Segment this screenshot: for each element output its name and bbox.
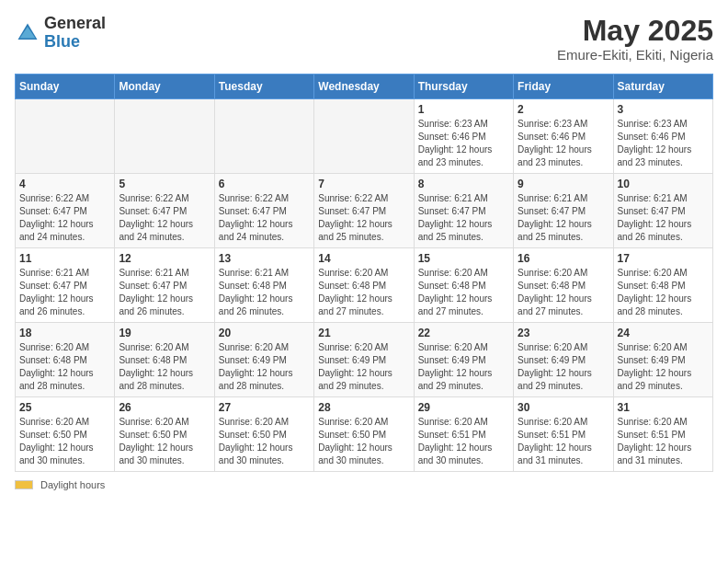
- header-cell-monday: Monday: [115, 75, 214, 99]
- day-info: Sunrise: 6:20 AM Sunset: 6:48 PM Dayligh…: [19, 341, 110, 393]
- calendar-cell: 20Sunrise: 6:20 AM Sunset: 6:49 PM Dayli…: [214, 323, 313, 397]
- week-row-0: 1Sunrise: 6:23 AM Sunset: 6:46 PM Daylig…: [16, 99, 713, 174]
- calendar-cell: [314, 99, 414, 174]
- day-info: Sunrise: 6:23 AM Sunset: 6:46 PM Dayligh…: [418, 118, 509, 169]
- calendar-cell: 17Sunrise: 6:20 AM Sunset: 6:48 PM Dayli…: [613, 248, 712, 323]
- day-info: Sunrise: 6:20 AM Sunset: 6:50 PM Dayligh…: [219, 416, 310, 467]
- header-cell-sunday: Sunday: [16, 75, 115, 99]
- calendar-cell: 1Sunrise: 6:23 AM Sunset: 6:46 PM Daylig…: [414, 99, 513, 174]
- main-title: May 2025: [557, 15, 713, 47]
- day-info: Sunrise: 6:21 AM Sunset: 6:47 PM Dayligh…: [418, 192, 509, 244]
- title-section: May 2025 Emure-Ekiti, Ekiti, Nigeria: [557, 15, 713, 63]
- day-number: 9: [518, 178, 609, 190]
- day-info: Sunrise: 6:20 AM Sunset: 6:48 PM Dayligh…: [618, 267, 709, 318]
- day-info: Sunrise: 6:20 AM Sunset: 6:48 PM Dayligh…: [518, 267, 609, 318]
- page-header: General Blue May 2025 Emure-Ekiti, Ekiti…: [15, 15, 713, 63]
- day-info: Sunrise: 6:20 AM Sunset: 6:50 PM Dayligh…: [318, 416, 409, 467]
- day-info: Sunrise: 6:21 AM Sunset: 6:47 PM Dayligh…: [119, 267, 210, 318]
- day-info: Sunrise: 6:20 AM Sunset: 6:48 PM Dayligh…: [318, 267, 409, 318]
- day-number: 26: [119, 401, 210, 414]
- logo-general-text: General: [44, 15, 106, 33]
- day-number: 29: [418, 401, 509, 414]
- calendar-cell: [16, 99, 115, 174]
- daylight-label: Daylight hours: [40, 479, 105, 490]
- week-row-3: 18Sunrise: 6:20 AM Sunset: 6:48 PM Dayli…: [16, 323, 713, 397]
- day-info: Sunrise: 6:22 AM Sunset: 6:47 PM Dayligh…: [219, 192, 310, 244]
- day-number: 16: [518, 252, 609, 265]
- day-number: 14: [318, 252, 409, 265]
- day-number: 30: [518, 401, 609, 414]
- day-info: Sunrise: 6:20 AM Sunset: 6:49 PM Dayligh…: [518, 341, 609, 393]
- calendar-cell: 29Sunrise: 6:20 AM Sunset: 6:51 PM Dayli…: [414, 397, 513, 472]
- header-row: SundayMondayTuesdayWednesdayThursdayFrid…: [16, 75, 713, 99]
- calendar-cell: 7Sunrise: 6:22 AM Sunset: 6:47 PM Daylig…: [314, 174, 414, 248]
- day-number: 18: [19, 327, 110, 339]
- calendar-cell: 2Sunrise: 6:23 AM Sunset: 6:46 PM Daylig…: [514, 99, 613, 174]
- calendar-cell: 31Sunrise: 6:20 AM Sunset: 6:51 PM Dayli…: [613, 397, 712, 472]
- day-info: Sunrise: 6:20 AM Sunset: 6:51 PM Dayligh…: [418, 416, 509, 467]
- calendar-table: SundayMondayTuesdayWednesdayThursdayFrid…: [15, 74, 713, 472]
- calendar-cell: 13Sunrise: 6:21 AM Sunset: 6:48 PM Dayli…: [214, 248, 313, 323]
- calendar-cell: 16Sunrise: 6:20 AM Sunset: 6:48 PM Dayli…: [514, 248, 613, 323]
- week-row-1: 4Sunrise: 6:22 AM Sunset: 6:47 PM Daylig…: [16, 174, 713, 248]
- calendar-cell: 12Sunrise: 6:21 AM Sunset: 6:47 PM Dayli…: [115, 248, 214, 323]
- day-number: 1: [418, 103, 509, 116]
- day-number: 27: [219, 401, 310, 414]
- day-info: Sunrise: 6:23 AM Sunset: 6:46 PM Dayligh…: [518, 118, 609, 169]
- calendar-cell: 19Sunrise: 6:20 AM Sunset: 6:48 PM Dayli…: [115, 323, 214, 397]
- calendar-cell: 11Sunrise: 6:21 AM Sunset: 6:47 PM Dayli…: [16, 248, 115, 323]
- logo-icon: [15, 20, 40, 46]
- logo: General Blue: [15, 15, 106, 52]
- calendar-cell: 14Sunrise: 6:20 AM Sunset: 6:48 PM Dayli…: [314, 248, 414, 323]
- day-info: Sunrise: 6:22 AM Sunset: 6:47 PM Dayligh…: [119, 192, 210, 244]
- day-number: 8: [418, 178, 509, 190]
- header-cell-thursday: Thursday: [414, 75, 513, 99]
- day-info: Sunrise: 6:20 AM Sunset: 6:50 PM Dayligh…: [119, 416, 210, 467]
- header-cell-tuesday: Tuesday: [214, 75, 313, 99]
- calendar-cell: 15Sunrise: 6:20 AM Sunset: 6:48 PM Dayli…: [414, 248, 513, 323]
- day-info: Sunrise: 6:21 AM Sunset: 6:47 PM Dayligh…: [518, 192, 609, 244]
- day-number: 23: [518, 327, 609, 339]
- calendar-cell: 22Sunrise: 6:20 AM Sunset: 6:49 PM Dayli…: [414, 323, 513, 397]
- day-info: Sunrise: 6:22 AM Sunset: 6:47 PM Dayligh…: [318, 192, 409, 244]
- day-number: 17: [618, 252, 709, 265]
- calendar-cell: 6Sunrise: 6:22 AM Sunset: 6:47 PM Daylig…: [214, 174, 313, 248]
- calendar-cell: 4Sunrise: 6:22 AM Sunset: 6:47 PM Daylig…: [16, 174, 115, 248]
- day-number: 3: [618, 103, 709, 116]
- header-cell-saturday: Saturday: [613, 75, 712, 99]
- day-number: 11: [19, 252, 110, 265]
- calendar-cell: 26Sunrise: 6:20 AM Sunset: 6:50 PM Dayli…: [115, 397, 214, 472]
- day-number: 21: [318, 327, 409, 339]
- day-number: 20: [219, 327, 310, 339]
- day-info: Sunrise: 6:20 AM Sunset: 6:50 PM Dayligh…: [19, 416, 110, 467]
- calendar-cell: 8Sunrise: 6:21 AM Sunset: 6:47 PM Daylig…: [414, 174, 513, 248]
- day-number: 12: [119, 252, 210, 265]
- calendar-cell: 23Sunrise: 6:20 AM Sunset: 6:49 PM Dayli…: [514, 323, 613, 397]
- day-number: 31: [618, 401, 709, 414]
- calendar-cell: 18Sunrise: 6:20 AM Sunset: 6:48 PM Dayli…: [16, 323, 115, 397]
- week-row-2: 11Sunrise: 6:21 AM Sunset: 6:47 PM Dayli…: [16, 248, 713, 323]
- header-cell-friday: Friday: [514, 75, 613, 99]
- sub-title: Emure-Ekiti, Ekiti, Nigeria: [557, 47, 713, 63]
- day-number: 15: [418, 252, 509, 265]
- day-info: Sunrise: 6:20 AM Sunset: 6:51 PM Dayligh…: [618, 416, 709, 467]
- calendar-body: 1Sunrise: 6:23 AM Sunset: 6:46 PM Daylig…: [16, 99, 713, 472]
- calendar-cell: 24Sunrise: 6:20 AM Sunset: 6:49 PM Dayli…: [613, 323, 712, 397]
- calendar-cell: 27Sunrise: 6:20 AM Sunset: 6:50 PM Dayli…: [214, 397, 313, 472]
- day-info: Sunrise: 6:22 AM Sunset: 6:47 PM Dayligh…: [19, 192, 110, 244]
- day-info: Sunrise: 6:20 AM Sunset: 6:48 PM Dayligh…: [418, 267, 509, 318]
- header-cell-wednesday: Wednesday: [314, 75, 414, 99]
- day-number: 6: [219, 178, 310, 190]
- calendar-cell: 28Sunrise: 6:20 AM Sunset: 6:50 PM Dayli…: [314, 397, 414, 472]
- day-info: Sunrise: 6:21 AM Sunset: 6:47 PM Dayligh…: [618, 192, 709, 244]
- calendar-cell: 30Sunrise: 6:20 AM Sunset: 6:51 PM Dayli…: [514, 397, 613, 472]
- day-info: Sunrise: 6:21 AM Sunset: 6:48 PM Dayligh…: [219, 267, 310, 318]
- day-info: Sunrise: 6:23 AM Sunset: 6:46 PM Dayligh…: [618, 118, 709, 169]
- day-number: 7: [318, 178, 409, 190]
- day-number: 13: [219, 252, 310, 265]
- footer-note: Daylight hours: [15, 479, 713, 490]
- day-info: Sunrise: 6:20 AM Sunset: 6:49 PM Dayligh…: [418, 341, 509, 393]
- day-info: Sunrise: 6:20 AM Sunset: 6:49 PM Dayligh…: [618, 341, 709, 393]
- day-info: Sunrise: 6:20 AM Sunset: 6:49 PM Dayligh…: [318, 341, 409, 393]
- day-number: 10: [618, 178, 709, 190]
